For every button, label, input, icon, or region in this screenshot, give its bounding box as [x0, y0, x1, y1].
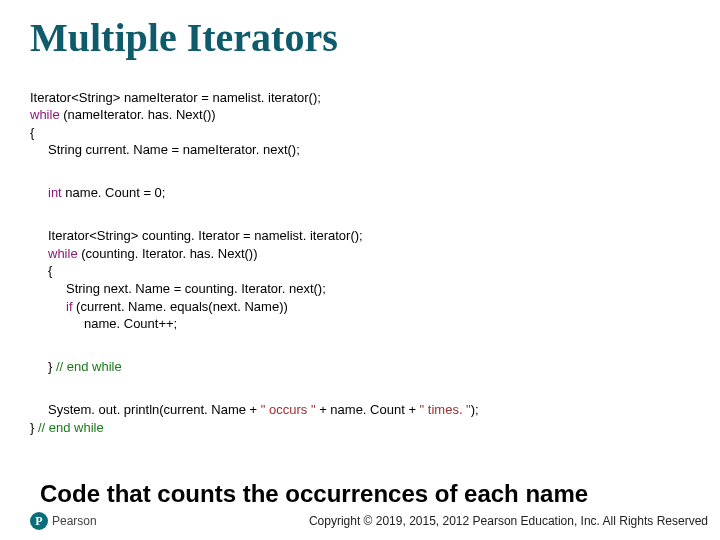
code-line: name. Count = 0;	[62, 185, 166, 200]
keyword-while: while	[48, 246, 78, 261]
code-line: System. out. println(current. Name +	[48, 402, 261, 417]
logo-circle-icon: P	[30, 512, 48, 530]
footer: P Pearson Copyright © 2019, 2015, 2012 P…	[30, 512, 708, 530]
comment: // end while	[38, 420, 104, 435]
code-line: }	[30, 420, 38, 435]
keyword-int: int	[48, 185, 62, 200]
code-line: String next. Name = counting. Iterator. …	[30, 280, 326, 298]
string-literal: " occurs "	[261, 402, 316, 417]
code-line: Iterator<String> nameIterator = namelist…	[30, 90, 321, 105]
code-line: }	[48, 359, 56, 374]
logo-letter: P	[35, 514, 42, 529]
code-line: {	[30, 262, 52, 280]
comment: // end while	[56, 359, 122, 374]
code-line: (current. Name. equals(next. Name))	[73, 299, 288, 314]
slide-title: Multiple Iterators	[30, 14, 720, 61]
keyword-while: while	[30, 107, 60, 122]
slide-caption: Code that counts the occurrences of each…	[40, 480, 720, 508]
code-line: + name. Count +	[316, 402, 420, 417]
code-line: String current. Name = nameIterator. nex…	[30, 141, 300, 159]
code-line: );	[471, 402, 479, 417]
code-block: Iterator<String> nameIterator = namelist…	[30, 71, 690, 462]
string-literal: " times. "	[420, 402, 471, 417]
code-line: {	[30, 125, 34, 140]
pearson-logo: P Pearson	[30, 512, 97, 530]
code-line: name. Count++;	[66, 315, 177, 333]
code-line: Iterator<String> counting. Iterator = na…	[30, 227, 363, 245]
logo-text: Pearson	[52, 514, 97, 528]
code-line: (nameIterator. has. Next())	[60, 107, 216, 122]
code-line: (counting. Iterator. has. Next())	[78, 246, 258, 261]
copyright-text: Copyright © 2019, 2015, 2012 Pearson Edu…	[309, 514, 708, 528]
